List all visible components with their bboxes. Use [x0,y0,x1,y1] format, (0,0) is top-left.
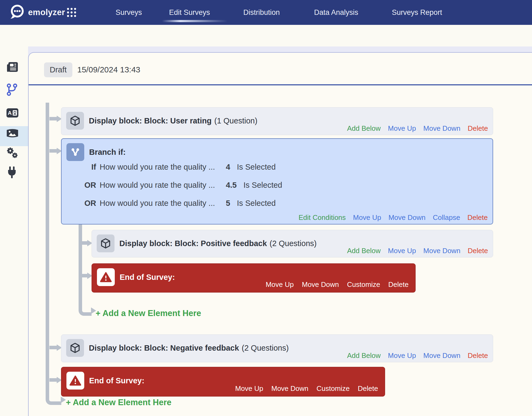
condition-value: 5 [226,199,230,208]
header-divider [29,84,532,85]
customize-link[interactable]: Customize [347,280,380,289]
top-nav: emolyzer Surveys Edit Surveys Distributi… [0,0,532,25]
delete-link[interactable]: Delete [468,247,488,255]
logo-icon [9,4,25,21]
move-up-link[interactable]: Move Up [235,384,263,393]
nav-item-data-analysis[interactable]: Data Analysis [314,0,358,25]
branch-flow-connector [79,224,92,316]
delete-link[interactable]: Delete [467,213,488,222]
warning-icon [97,268,115,286]
gears-icon [6,156,18,160]
end-of-survey-block: End of Survey: Move Up Move Down Customi… [61,367,385,397]
sidebar-item-flow[interactable] [6,83,18,97]
move-down-link[interactable]: Move Down [271,384,308,393]
block-title: Display block: Block: Positive feedback [119,239,267,248]
block-meta: (2 Questions) [270,239,316,248]
block-meta: (2 Questions) [242,344,289,353]
add-below-link[interactable]: Add Below [347,351,381,360]
svg-text:A: A [8,110,12,116]
block-title: Branch if: [89,148,126,157]
brand-name: emolyzer [28,8,65,17]
cube-icon [66,339,84,357]
condition-prefix: OR [78,199,96,208]
sidebar-item-overview[interactable] [6,61,19,74]
connector-arrow [49,149,57,153]
move-up-link[interactable]: Move Up [353,213,381,222]
condition-prefix: If [78,163,96,172]
move-up-link[interactable]: Move Up [388,247,416,255]
image-icon [6,135,19,139]
branch-nodes-icon [66,143,84,161]
add-new-element-link[interactable]: + Add a New Element Here [96,308,201,318]
panel-status-badge: Draft [44,62,72,77]
block-title: End of Survey: [89,376,144,385]
condition-value: 4.5 [226,181,237,190]
add-new-element-link[interactable]: + Add a New Element Here [66,398,171,407]
condition-operator: Is Selected [237,163,275,172]
condition-question: How would you rate the quality ... [100,199,215,208]
delete-link[interactable]: Delete [388,280,409,289]
connector-arrow [49,346,57,349]
last-modified-timestamp: 15/09/2024 13:43 [77,65,140,74]
block-title: Display block: Block: Negative feedback [89,344,239,353]
display-block-negative-feedback: Display block: Block: Negative feedback(… [61,334,493,362]
warning-icon [66,372,84,390]
survey-toolbar: Draft F&B ? 5 0 [0,25,532,46]
sidebar-item-media[interactable] [6,128,19,139]
delete-link[interactable]: Delete [468,351,488,360]
connector-arrow [49,378,57,382]
move-up-link[interactable]: Move Up [388,351,416,360]
sidebar-item-translations[interactable]: A [6,108,19,119]
block-title: End of Survey: [120,273,175,282]
customize-link[interactable]: Customize [316,384,350,393]
branch-icon [6,92,18,97]
plug-icon [6,175,18,180]
condition-operator: Is Selected [244,181,282,190]
newspaper-icon [6,69,19,74]
survey-flow-panel: Draft 15/09/2024 13:43 Display block: Bl… [28,52,532,416]
active-tab-underline [162,20,227,22]
condition-question: How would you rate the quality ... [100,163,215,172]
sidebar-item-settings[interactable] [6,147,18,160]
block-meta: (1 Question) [214,116,257,125]
move-down-link[interactable]: Move Down [388,213,425,222]
nav-item-surveys[interactable]: Surveys [116,0,142,25]
brand[interactable]: emolyzer [9,0,65,25]
cube-icon [97,234,115,252]
collapse-link[interactable]: Collapse [433,213,460,222]
move-down-link[interactable]: Move Down [302,280,339,289]
connector-arrow [82,241,87,245]
move-up-link[interactable]: Move Up [388,124,416,133]
delete-link[interactable]: Delete [468,124,488,133]
nav-item-surveys-report[interactable]: Surveys Report [392,0,442,25]
branch-block: Branch if: If How would you rate the qua… [61,138,493,224]
add-below-link[interactable]: Add Below [347,247,381,255]
display-block-user-rating: Display block: Block: User rating(1 Ques… [61,107,493,135]
translate-icon: A [6,115,19,119]
move-down-link[interactable]: Move Down [423,124,460,133]
cube-icon [66,112,84,130]
edit-conditions-link[interactable]: Edit Conditions [298,213,346,222]
add-below-link[interactable]: Add Below [347,124,381,133]
delete-link[interactable]: Delete [358,384,378,393]
sidebar-rail [0,46,28,416]
apps-grid-icon[interactable] [66,7,77,19]
end-of-survey-block: End of Survey: Move Up Move Down Customi… [92,263,416,293]
condition-question: How would you rate the quality ... [100,181,215,190]
move-up-link[interactable]: Move Up [266,280,294,289]
nav-item-distribution[interactable]: Distribution [243,0,280,25]
display-block-positive-feedback: Display block: Block: Positive feedback(… [92,230,493,257]
connector-arrow [82,274,87,277]
condition-value: 4 [226,163,230,172]
sidebar-item-integrations[interactable] [6,166,18,180]
block-title: Display block: Block: User rating [89,116,211,125]
connector-arrow [49,117,57,120]
condition-operator: Is Selected [237,199,275,208]
condition-prefix: OR [78,181,96,190]
move-down-link[interactable]: Move Down [423,247,460,255]
move-down-link[interactable]: Move Down [423,351,460,360]
